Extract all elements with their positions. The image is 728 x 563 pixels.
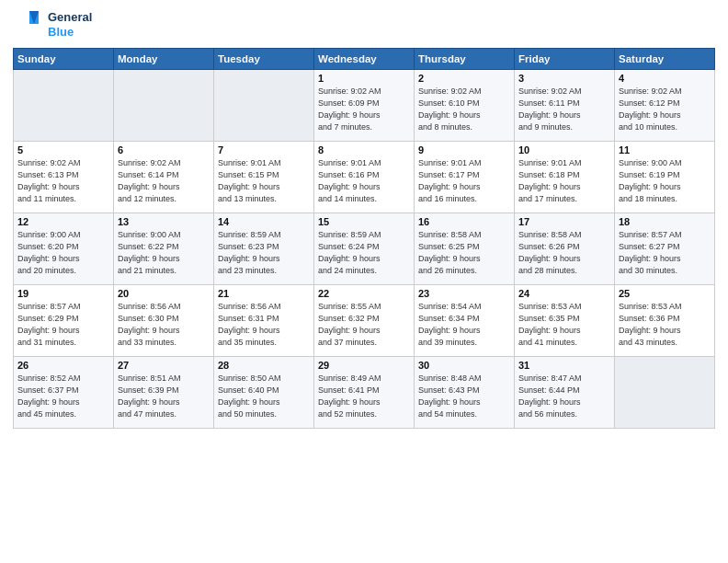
calendar-cell: 24Sunrise: 8:53 AM Sunset: 6:35 PM Dayli… — [515, 285, 615, 357]
logo-blue-text: Blue — [48, 25, 92, 40]
calendar-cell: 17Sunrise: 8:58 AM Sunset: 6:26 PM Dayli… — [515, 213, 615, 285]
calendar-cell — [214, 70, 314, 142]
calendar-cell: 12Sunrise: 9:00 AM Sunset: 6:20 PM Dayli… — [14, 213, 114, 285]
calendar-week-row: 12Sunrise: 9:00 AM Sunset: 6:20 PM Dayli… — [14, 213, 715, 285]
day-number: 22 — [318, 288, 410, 299]
day-number: 6 — [118, 144, 210, 155]
calendar-cell: 15Sunrise: 8:59 AM Sunset: 6:24 PM Dayli… — [314, 213, 415, 285]
calendar-cell: 2Sunrise: 9:02 AM Sunset: 6:10 PM Daylig… — [415, 70, 515, 142]
day-detail: Sunrise: 9:01 AM Sunset: 6:18 PM Dayligh… — [518, 157, 610, 205]
calendar-week-row: 5Sunrise: 9:02 AM Sunset: 6:13 PM Daylig… — [14, 142, 715, 213]
day-number: 2 — [418, 73, 510, 84]
weekday-header: Saturday — [615, 49, 715, 70]
day-detail: Sunrise: 9:02 AM Sunset: 6:13 PM Dayligh… — [17, 157, 109, 205]
calendar-cell — [14, 70, 114, 142]
day-number: 21 — [218, 288, 310, 299]
day-number: 11 — [619, 144, 711, 155]
day-number: 14 — [218, 216, 310, 227]
day-detail: Sunrise: 9:02 AM Sunset: 6:14 PM Dayligh… — [118, 157, 210, 205]
calendar-cell: 8Sunrise: 9:01 AM Sunset: 6:16 PM Daylig… — [314, 142, 415, 213]
calendar-cell: 6Sunrise: 9:02 AM Sunset: 6:14 PM Daylig… — [114, 142, 214, 213]
calendar-cell: 5Sunrise: 9:02 AM Sunset: 6:13 PM Daylig… — [14, 142, 114, 213]
day-number: 20 — [118, 288, 210, 299]
day-number: 25 — [619, 288, 711, 299]
day-number: 16 — [418, 216, 510, 227]
calendar-cell: 14Sunrise: 8:59 AM Sunset: 6:23 PM Dayli… — [214, 213, 314, 285]
calendar-cell: 30Sunrise: 8:48 AM Sunset: 6:43 PM Dayli… — [415, 357, 515, 429]
day-detail: Sunrise: 8:57 AM Sunset: 6:27 PM Dayligh… — [619, 229, 711, 277]
day-number: 28 — [218, 360, 310, 371]
day-detail: Sunrise: 8:53 AM Sunset: 6:36 PM Dayligh… — [619, 301, 711, 349]
calendar-cell: 29Sunrise: 8:49 AM Sunset: 6:41 PM Dayli… — [314, 357, 415, 429]
day-number: 15 — [318, 216, 410, 227]
day-detail: Sunrise: 8:59 AM Sunset: 6:23 PM Dayligh… — [218, 229, 310, 277]
day-number: 27 — [118, 360, 210, 371]
day-detail: Sunrise: 8:52 AM Sunset: 6:37 PM Dayligh… — [17, 373, 109, 420]
calendar-page: GeneralBlue SundayMondayTuesdayWednesday… — [0, 0, 728, 563]
calendar-cell: 28Sunrise: 8:50 AM Sunset: 6:40 PM Dayli… — [214, 357, 314, 429]
day-number: 8 — [318, 144, 410, 155]
day-detail: Sunrise: 8:51 AM Sunset: 6:39 PM Dayligh… — [118, 373, 210, 420]
day-detail: Sunrise: 9:00 AM Sunset: 6:20 PM Dayligh… — [17, 229, 109, 277]
day-detail: Sunrise: 8:59 AM Sunset: 6:24 PM Dayligh… — [318, 229, 410, 277]
day-number: 18 — [619, 216, 711, 227]
day-number: 24 — [518, 288, 610, 299]
calendar-cell: 4Sunrise: 9:02 AM Sunset: 6:12 PM Daylig… — [615, 70, 715, 142]
day-detail: Sunrise: 8:56 AM Sunset: 6:30 PM Dayligh… — [118, 301, 210, 349]
day-detail: Sunrise: 9:01 AM Sunset: 6:16 PM Dayligh… — [318, 157, 410, 205]
day-number: 31 — [518, 360, 610, 371]
day-detail: Sunrise: 9:02 AM Sunset: 6:10 PM Dayligh… — [418, 86, 510, 133]
day-detail: Sunrise: 8:57 AM Sunset: 6:29 PM Dayligh… — [17, 301, 109, 349]
logo: GeneralBlue — [13, 9, 92, 40]
calendar-header-row: SundayMondayTuesdayWednesdayThursdayFrid… — [14, 49, 715, 70]
day-detail: Sunrise: 8:50 AM Sunset: 6:40 PM Dayligh… — [218, 373, 310, 420]
day-detail: Sunrise: 8:47 AM Sunset: 6:44 PM Dayligh… — [518, 373, 610, 420]
day-number: 13 — [118, 216, 210, 227]
calendar-cell: 23Sunrise: 8:54 AM Sunset: 6:34 PM Dayli… — [415, 285, 515, 357]
header: GeneralBlue — [13, 9, 715, 40]
day-detail: Sunrise: 9:02 AM Sunset: 6:11 PM Dayligh… — [518, 86, 610, 133]
calendar-cell: 22Sunrise: 8:55 AM Sunset: 6:32 PM Dayli… — [314, 285, 415, 357]
day-detail: Sunrise: 9:02 AM Sunset: 6:12 PM Dayligh… — [619, 86, 711, 133]
calendar-week-row: 1Sunrise: 9:02 AM Sunset: 6:09 PM Daylig… — [14, 70, 715, 142]
calendar-cell: 21Sunrise: 8:56 AM Sunset: 6:31 PM Dayli… — [214, 285, 314, 357]
day-detail: Sunrise: 8:49 AM Sunset: 6:41 PM Dayligh… — [318, 373, 410, 420]
day-detail: Sunrise: 9:02 AM Sunset: 6:09 PM Dayligh… — [318, 86, 410, 133]
day-detail: Sunrise: 9:01 AM Sunset: 6:15 PM Dayligh… — [218, 157, 310, 205]
weekday-header: Friday — [515, 49, 615, 70]
day-number: 29 — [318, 360, 410, 371]
day-number: 5 — [17, 144, 109, 155]
calendar-cell: 7Sunrise: 9:01 AM Sunset: 6:15 PM Daylig… — [214, 142, 314, 213]
day-number: 7 — [218, 144, 310, 155]
calendar-cell: 20Sunrise: 8:56 AM Sunset: 6:30 PM Dayli… — [114, 285, 214, 357]
calendar-week-row: 19Sunrise: 8:57 AM Sunset: 6:29 PM Dayli… — [14, 285, 715, 357]
weekday-header: Thursday — [415, 49, 515, 70]
day-detail: Sunrise: 8:55 AM Sunset: 6:32 PM Dayligh… — [318, 301, 410, 349]
day-detail: Sunrise: 9:00 AM Sunset: 6:19 PM Dayligh… — [619, 157, 711, 205]
day-number: 9 — [418, 144, 510, 155]
calendar-cell: 13Sunrise: 9:00 AM Sunset: 6:22 PM Dayli… — [114, 213, 214, 285]
calendar-cell: 27Sunrise: 8:51 AM Sunset: 6:39 PM Dayli… — [114, 357, 214, 429]
calendar-cell: 1Sunrise: 9:02 AM Sunset: 6:09 PM Daylig… — [314, 70, 415, 142]
day-detail: Sunrise: 9:01 AM Sunset: 6:17 PM Dayligh… — [418, 157, 510, 205]
calendar-cell — [114, 70, 214, 142]
calendar-cell: 18Sunrise: 8:57 AM Sunset: 6:27 PM Dayli… — [615, 213, 715, 285]
calendar-week-row: 26Sunrise: 8:52 AM Sunset: 6:37 PM Dayli… — [14, 357, 715, 429]
calendar-cell: 3Sunrise: 9:02 AM Sunset: 6:11 PM Daylig… — [515, 70, 615, 142]
day-number: 26 — [17, 360, 109, 371]
calendar-cell: 31Sunrise: 8:47 AM Sunset: 6:44 PM Dayli… — [515, 357, 615, 429]
calendar-cell: 16Sunrise: 8:58 AM Sunset: 6:25 PM Dayli… — [415, 213, 515, 285]
logo-general-text: General — [48, 10, 92, 25]
calendar-cell — [615, 357, 715, 429]
day-number: 1 — [318, 73, 410, 84]
day-number: 17 — [518, 216, 610, 227]
day-detail: Sunrise: 8:58 AM Sunset: 6:25 PM Dayligh… — [418, 229, 510, 277]
logo-svg — [13, 9, 44, 40]
calendar-table: SundayMondayTuesdayWednesdayThursdayFrid… — [13, 48, 715, 429]
weekday-header: Sunday — [14, 49, 114, 70]
day-number: 3 — [518, 73, 610, 84]
calendar-cell: 26Sunrise: 8:52 AM Sunset: 6:37 PM Dayli… — [14, 357, 114, 429]
day-detail: Sunrise: 8:56 AM Sunset: 6:31 PM Dayligh… — [218, 301, 310, 349]
calendar-cell: 9Sunrise: 9:01 AM Sunset: 6:17 PM Daylig… — [415, 142, 515, 213]
day-detail: Sunrise: 8:53 AM Sunset: 6:35 PM Dayligh… — [518, 301, 610, 349]
